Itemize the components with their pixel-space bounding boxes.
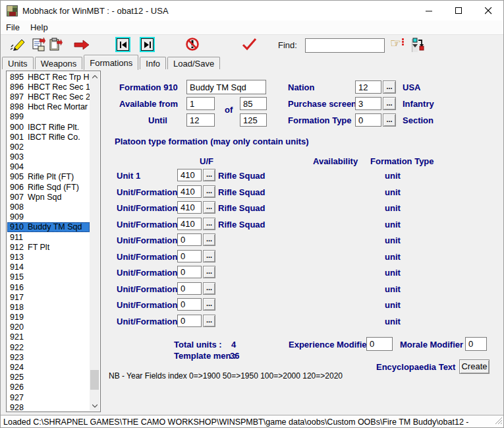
available-from-label: Available from [119, 99, 178, 109]
unit-row-input[interactable] [177, 282, 202, 295]
tab-formations[interactable]: Formations [84, 55, 138, 70]
apply-check-icon[interactable] [242, 38, 258, 53]
scroll-up-icon[interactable] [90, 72, 99, 82]
unit-row-browse-button[interactable]: ... [203, 266, 215, 278]
unit-row-browse-button[interactable]: ... [203, 233, 215, 246]
renumber-icon[interactable] [412, 38, 426, 53]
unit-row-browse-button[interactable]: ... [203, 218, 215, 230]
list-item-name: HBCT Rec Sec 1 [28, 82, 90, 92]
unit-row-browse-button[interactable]: ... [203, 185, 215, 198]
list-item[interactable]: 918 [7, 302, 90, 312]
copy-export-icon[interactable] [32, 38, 46, 55]
close-button[interactable] [474, 1, 503, 20]
tab-weapons[interactable]: Weapons [35, 57, 83, 69]
create-button[interactable]: Create [459, 359, 490, 374]
unit-row-input[interactable] [177, 233, 202, 246]
list-item[interactable]: 920 [7, 322, 90, 332]
find-next-hand-icon[interactable]: ☞ [390, 38, 404, 49]
list-item[interactable]: 928 [7, 402, 90, 411]
morale-modifier-input[interactable] [465, 337, 487, 351]
unit-row-input[interactable] [177, 218, 202, 230]
list-item[interactable]: 922 [7, 342, 90, 352]
unit-row-browse-button[interactable]: ... [203, 201, 215, 214]
tab-info[interactable]: Info [140, 57, 166, 69]
cancel-icon[interactable] [185, 37, 200, 54]
step-prev-button[interactable] [117, 38, 129, 51]
unit-row-browse-button[interactable]: ... [203, 282, 215, 295]
list-item[interactable]: 926 [7, 382, 90, 392]
tab-load-save[interactable]: Load/Save [167, 57, 220, 69]
list-item[interactable]: 902 [7, 142, 90, 152]
list-item[interactable]: 913 [7, 252, 90, 262]
unit-row-input[interactable] [177, 201, 202, 214]
step-next-button[interactable] [141, 38, 154, 51]
scroll-thumb[interactable] [90, 370, 99, 390]
list-item[interactable]: 899 [7, 112, 90, 122]
list-item[interactable]: 914 [7, 262, 90, 272]
until-input[interactable] [186, 113, 215, 127]
list-item[interactable]: 897HBCT Rec Sec 2 [7, 92, 90, 102]
until-max-input[interactable] [240, 113, 267, 127]
menu-file[interactable]: File [1, 20, 25, 34]
unit-row-input[interactable] [177, 250, 202, 262]
list-item-number: 924 [10, 363, 28, 372]
menu-help[interactable]: Help [25, 20, 53, 34]
edit-pencil-icon[interactable] [10, 38, 26, 55]
list-item[interactable]: 898Hbct Rec Mortar [7, 102, 90, 112]
list-item[interactable]: 917 [7, 292, 90, 302]
list-item[interactable]: 906Rifle Sqd (FT) [7, 182, 90, 192]
maximize-button[interactable] [444, 1, 474, 20]
experience-modifier-label: Experience Modifier [289, 340, 370, 350]
find-combobox[interactable] [305, 38, 385, 53]
unit-row-browse-button[interactable]: ... [203, 298, 215, 311]
list-item[interactable]: 910Buddy TM Sqd [7, 222, 90, 232]
minimize-button[interactable] [414, 1, 444, 20]
list-item[interactable]: 919 [7, 313, 90, 322]
list-item[interactable]: 901IBCT Rifle Co. [7, 132, 90, 142]
list-item[interactable]: 912FT Plt [7, 242, 90, 252]
list-item[interactable]: 916 [7, 282, 90, 292]
red-arrow-right-icon[interactable] [74, 40, 90, 53]
scroll-down-icon[interactable] [90, 401, 99, 411]
unit-row-input[interactable] [177, 266, 202, 278]
available-from-max-input[interactable] [240, 97, 267, 110]
formation-name-input[interactable] [186, 80, 266, 94]
available-from-input[interactable] [186, 97, 215, 110]
list-item[interactable]: 923 [7, 352, 90, 362]
list-item[interactable]: 927 [7, 392, 90, 402]
unit-row-input[interactable] [177, 315, 202, 327]
unit-row-browse-button[interactable]: ... [203, 250, 215, 262]
paste-export-icon[interactable] [49, 38, 63, 55]
unit-row-input[interactable] [177, 185, 202, 198]
list-item[interactable]: 909 [7, 212, 90, 222]
list-item[interactable]: 896HBCT Rec Sec 1 [7, 82, 90, 92]
formation-type-browse-button[interactable]: ... [383, 113, 396, 127]
list-item[interactable]: 911 [7, 232, 90, 242]
unit-row-input[interactable] [177, 298, 202, 311]
list-item-number: 921 [10, 332, 28, 342]
unit-row-browse-button[interactable]: ... [203, 169, 215, 181]
purchase-browse-button[interactable]: ... [383, 97, 396, 110]
list-item[interactable]: 924 [7, 362, 90, 372]
resize-grip-icon[interactable] [494, 415, 503, 427]
list-item[interactable]: 925 [7, 373, 90, 382]
formation-type-input[interactable] [355, 113, 381, 127]
list-item[interactable]: 915 [7, 272, 90, 282]
list-item[interactable]: 921 [7, 332, 90, 342]
list-scrollbar[interactable] [90, 72, 99, 411]
purchase-screen-input[interactable] [355, 97, 381, 110]
nation-input[interactable] [355, 80, 381, 94]
nb-note: NB - Year Fields index 0=>1900 50=>1950 … [109, 371, 343, 381]
tab-units[interactable]: Units [2, 57, 34, 69]
list-item[interactable]: 900IBCT Rifle Plt. [7, 122, 90, 132]
list-item[interactable]: 908 [7, 202, 90, 212]
unit-row-input[interactable] [177, 169, 202, 181]
list-item[interactable]: 903 [7, 152, 90, 162]
nation-browse-button[interactable]: ... [383, 80, 396, 94]
unit-row-browse-button[interactable]: ... [203, 315, 215, 327]
list-item[interactable]: 907Wpn Sqd [7, 192, 90, 202]
list-item[interactable]: 905Rifle Plt (FT) [7, 172, 90, 182]
experience-modifier-input[interactable] [366, 337, 393, 351]
list-item[interactable]: 904 [7, 162, 90, 172]
list-item[interactable]: 895HBCT Rec Trp HQ [7, 72, 90, 82]
